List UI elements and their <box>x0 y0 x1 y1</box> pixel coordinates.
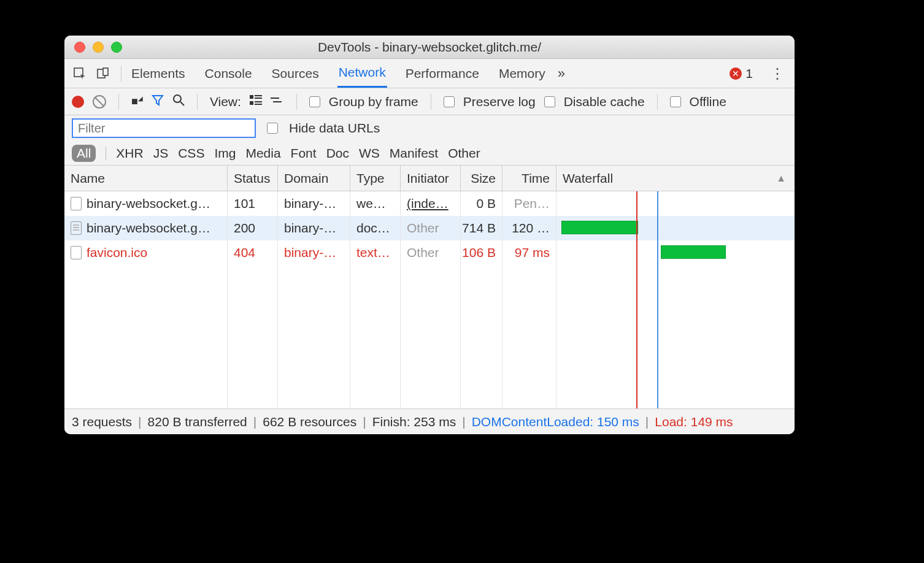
svg-rect-6 <box>255 95 262 96</box>
filter-input[interactable] <box>72 118 256 138</box>
cell: favicon.ico <box>64 240 228 265</box>
separator <box>118 94 119 110</box>
cat-all[interactable]: All <box>72 145 96 162</box>
col-status[interactable]: Status <box>228 166 278 191</box>
waterfall-cell <box>556 240 795 265</box>
hide-data-urls-checkbox[interactable] <box>267 123 278 134</box>
cell: text… <box>350 240 401 265</box>
offline-checkbox[interactable] <box>670 96 681 107</box>
view-label: View: <box>210 94 241 109</box>
overview-icon[interactable] <box>271 95 284 108</box>
svg-rect-9 <box>255 101 262 102</box>
tab-network[interactable]: Network <box>337 59 387 88</box>
cell: 714 B <box>461 216 502 240</box>
preserve-log-label: Preserve log <box>463 94 536 109</box>
devtools-window: DevTools - binary-websocket.glitch.me/ E… <box>64 36 795 434</box>
cat-doc[interactable]: Doc <box>326 146 349 161</box>
status-transferred: 820 B transferred <box>148 415 247 429</box>
cat-other[interactable]: Other <box>448 146 480 161</box>
inspect-element-icon[interactable] <box>71 64 89 83</box>
settings-menu-icon[interactable]: ⋮ <box>770 65 785 82</box>
separator <box>106 147 106 160</box>
file-icon <box>71 221 82 235</box>
record-button[interactable] <box>72 96 84 108</box>
col-waterfall-label: Waterfall <box>563 171 613 186</box>
empty-grid-columns <box>64 265 795 408</box>
separator <box>657 94 658 110</box>
cell: 120 … <box>502 216 556 240</box>
filter-row: Hide data URLs <box>64 115 795 141</box>
search-icon[interactable] <box>172 94 185 109</box>
svg-rect-5 <box>250 95 253 99</box>
cell: Pen… <box>502 191 556 216</box>
close-window-button[interactable] <box>74 42 85 53</box>
cat-ws[interactable]: WS <box>359 146 380 161</box>
table-row[interactable]: binary-websocket.g…101binary-…we…(inde…0… <box>64 191 795 216</box>
status-requests: 3 requests <box>72 415 132 429</box>
col-initiator[interactable]: Initiator <box>401 166 461 191</box>
table-row[interactable]: binary-websocket.g…200binary-…doc…Other7… <box>64 216 795 240</box>
cat-font[interactable]: Font <box>291 146 317 161</box>
cell: 97 ms <box>502 240 556 265</box>
tab-memory[interactable]: Memory <box>498 60 547 87</box>
disable-cache-label: Disable cache <box>564 94 645 109</box>
cell: (inde… <box>401 191 461 216</box>
clear-button[interactable] <box>93 95 106 109</box>
tab-elements[interactable]: Elements <box>130 60 187 87</box>
error-icon: ✕ <box>730 67 742 80</box>
sort-arrow-icon: ▲ <box>776 173 786 184</box>
waterfall-cell <box>556 216 795 240</box>
tab-console[interactable]: Console <box>204 60 253 87</box>
separator <box>431 94 431 110</box>
preserve-log-checkbox[interactable] <box>444 96 455 107</box>
zoom-window-button[interactable] <box>111 42 122 53</box>
svg-rect-10 <box>255 104 262 105</box>
window-title: DevTools - binary-websocket.glitch.me/ <box>64 40 795 55</box>
network-table-body: binary-websocket.g…101binary-…we…(inde…0… <box>64 191 795 408</box>
status-dcl: DOMContentLoaded: 150 ms <box>472 415 639 429</box>
minimize-window-button[interactable] <box>93 42 104 53</box>
col-waterfall[interactable]: Waterfall ▲ <box>556 166 795 191</box>
file-icon <box>71 246 82 259</box>
col-type[interactable]: Type <box>350 166 401 191</box>
svg-rect-7 <box>255 98 262 99</box>
cell: binary-… <box>278 191 350 216</box>
device-toolbar-icon[interactable] <box>94 64 112 83</box>
large-rows-icon[interactable] <box>250 95 262 108</box>
error-count: 1 <box>745 66 753 81</box>
col-time[interactable]: Time <box>502 166 556 191</box>
cat-media[interactable]: Media <box>245 146 280 161</box>
cell: binary-… <box>278 216 350 240</box>
svg-point-3 <box>174 95 181 102</box>
cat-img[interactable]: Img <box>214 146 236 161</box>
waterfall-cell <box>556 191 795 216</box>
cat-css[interactable]: CSS <box>178 146 204 161</box>
status-finish: Finish: 253 ms <box>372 415 456 429</box>
cell: 106 B <box>461 240 502 265</box>
cat-manifest[interactable]: Manifest <box>390 146 438 161</box>
disable-cache-checkbox[interactable] <box>544 96 555 107</box>
group-by-frame-checkbox[interactable] <box>309 96 320 107</box>
error-count-badge[interactable]: ✕ 1 <box>730 66 753 81</box>
more-tabs-icon[interactable]: » <box>558 66 565 82</box>
cell: Other <box>401 240 461 265</box>
offline-label: Offline <box>690 94 726 109</box>
filter-toggle-icon[interactable] <box>152 94 164 109</box>
cat-xhr[interactable]: XHR <box>116 146 143 161</box>
status-resources: 662 B resources <box>263 415 356 429</box>
cell: 200 <box>228 216 278 240</box>
waterfall-bar <box>561 221 638 234</box>
col-domain[interactable]: Domain <box>278 166 350 191</box>
network-table-header: Name Status Domain Type Initiator Size T… <box>64 166 795 191</box>
cell: we… <box>350 191 401 216</box>
cat-js[interactable]: JS <box>153 146 169 161</box>
screenshots-icon[interactable]: ■◢ <box>131 95 143 108</box>
separator <box>197 94 198 110</box>
col-size[interactable]: Size <box>461 166 502 191</box>
table-row[interactable]: favicon.ico404binary-…text…Other106 B97 … <box>64 240 795 265</box>
group-by-frame-label: Group by frame <box>329 94 418 109</box>
col-name[interactable]: Name <box>64 166 228 191</box>
tab-sources[interactable]: Sources <box>271 60 320 87</box>
hide-data-urls-label: Hide data URLs <box>289 121 380 136</box>
tab-performance[interactable]: Performance <box>404 60 480 87</box>
